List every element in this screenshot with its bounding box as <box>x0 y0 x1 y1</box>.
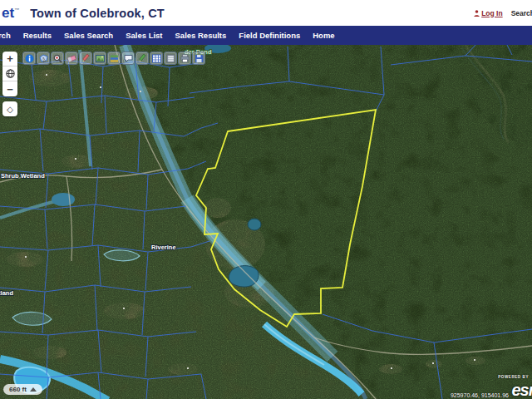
app-header: et™ Town of Colebrook, CT Log In Search <box>0 0 532 26</box>
login-label: Log In <box>481 9 503 17</box>
eraser-icon <box>67 54 76 63</box>
scale-label: 660 ft <box>9 386 27 393</box>
measure-tool-button[interactable] <box>79 52 92 65</box>
nav-item-search[interactable]: Search <box>0 31 11 40</box>
pencil-red-icon <box>81 54 91 63</box>
identify-tool-button[interactable] <box>121 52 135 65</box>
zoom-selection-tool-button[interactable] <box>51 52 64 65</box>
scale-bar[interactable]: 660 ft <box>3 384 42 395</box>
basemap-icon <box>96 54 105 63</box>
header-actions: Log In Search <box>474 0 532 26</box>
logo-trademark: ™ <box>14 7 19 12</box>
main-nav: Search Results Sales Search Sales List S… <box>0 26 532 45</box>
grid-icon <box>152 54 161 63</box>
person-icon <box>474 10 480 17</box>
labels-tool-button[interactable] <box>164 52 177 65</box>
map-label-riverine: Riverine <box>151 244 176 251</box>
zoom-controls: + − <box>2 52 17 96</box>
full-extent-button[interactable] <box>2 66 17 81</box>
logo-text: et <box>2 5 14 21</box>
globe-icon <box>6 69 15 78</box>
search-menu[interactable]: Search <box>511 9 532 17</box>
info-tool-button[interactable] <box>22 52 36 65</box>
login-link[interactable]: Log In <box>474 9 503 17</box>
save-icon <box>195 54 204 63</box>
select-shape-icon <box>39 54 48 63</box>
nav-item-sales-list[interactable]: Sales List <box>126 31 162 40</box>
print-tool-button[interactable] <box>178 52 191 65</box>
default-extent-button[interactable]: ◇ <box>2 101 17 116</box>
save-tool-button[interactable] <box>192 52 205 65</box>
labels-icon <box>166 54 175 63</box>
eraser-tool-button[interactable] <box>65 52 78 65</box>
speech-bubble-icon <box>124 54 133 63</box>
nav-item-home[interactable]: Home <box>313 31 334 40</box>
page-title: Town of Colebrook, CT <box>30 7 165 20</box>
aerial-map[interactable]: Shrub Wetland Riverine Wetland der Pond <box>0 45 532 399</box>
map-toolbar <box>22 52 205 65</box>
printer-icon <box>180 54 190 63</box>
map-label-shrub-wetland: Shrub Wetland <box>1 172 45 180</box>
select-shape-tool-button[interactable] <box>37 52 50 65</box>
cursor-coordinates: 925970.46, 915401.96 <box>451 392 509 398</box>
map-canvas[interactable]: Shrub Wetland Riverine Wetland der Pond … <box>0 45 532 399</box>
nav-item-sales-results[interactable]: Sales Results <box>175 31 227 40</box>
markup-tool-button[interactable] <box>135 52 149 65</box>
scale-collapse-icon <box>30 387 37 392</box>
legend-tool-button[interactable] <box>107 52 121 65</box>
app-logo[interactable]: et™ <box>2 5 19 22</box>
map-label-wetland: Wetland <box>0 289 13 297</box>
zoom-in-button[interactable]: + <box>2 52 17 66</box>
basemap-tool-button[interactable] <box>93 52 106 65</box>
nav-item-field-definitions[interactable]: Field Definitions <box>239 31 300 40</box>
zoom-out-button[interactable]: − <box>2 81 17 96</box>
magnifier-icon <box>53 54 62 63</box>
pencil-green-icon <box>138 54 147 63</box>
nav-item-sales-search[interactable]: Sales Search <box>64 31 113 40</box>
info-icon <box>25 54 34 63</box>
nav-item-results[interactable]: Results <box>23 31 52 40</box>
legend-icon <box>110 54 119 63</box>
grid-tool-button[interactable] <box>150 52 163 65</box>
powered-by-label: POWERED BY <box>498 375 529 379</box>
esri-logo: esri <box>511 382 532 398</box>
